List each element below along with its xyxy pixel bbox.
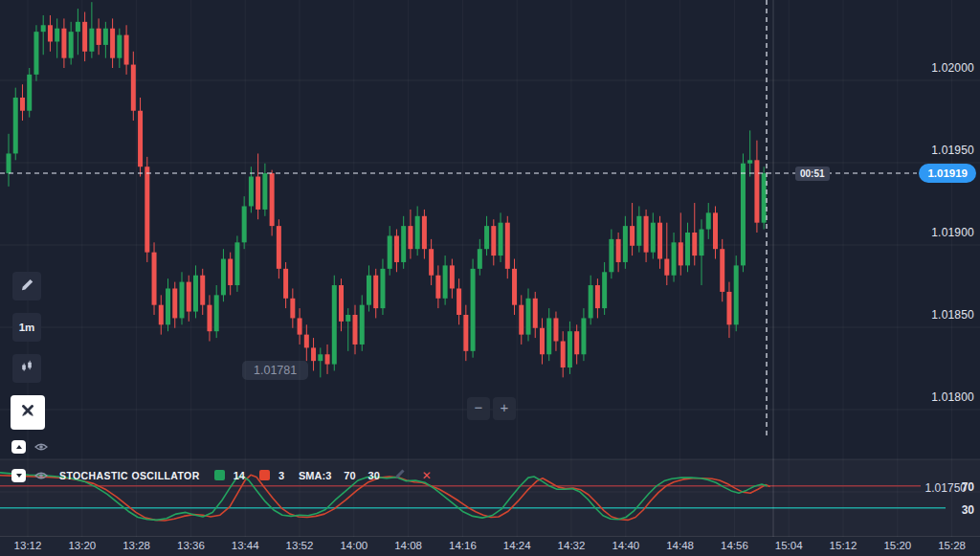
candle [623, 216, 628, 269]
candle [97, 18, 101, 55]
candle [345, 308, 350, 351]
time-axis-label: 14:24 [498, 540, 536, 551]
candle [540, 318, 545, 364]
candle [55, 18, 59, 57]
indicator-close-button[interactable]: ✕ [422, 469, 432, 482]
candle [145, 157, 149, 262]
draw-tools-button[interactable] [12, 272, 41, 300]
candle [630, 203, 635, 256]
time-axis-label: 15:20 [879, 540, 917, 551]
candle [69, 22, 74, 65]
zoom-out-button[interactable]: − [467, 397, 490, 420]
candle [463, 305, 468, 361]
indicator-title: STOCHASTIC OSCILLATOR [59, 470, 200, 481]
candle [283, 262, 288, 308]
candle [435, 265, 440, 308]
candle [754, 141, 759, 233]
candle [48, 15, 53, 52]
candle [124, 25, 129, 75]
candle [325, 345, 330, 374]
candle [471, 259, 476, 358]
chart-visibility-toggle[interactable] [34, 442, 48, 452]
candle [574, 324, 579, 364]
candle [422, 210, 427, 259]
candle [193, 265, 198, 318]
time-axis-label: 13:28 [118, 540, 156, 551]
candle [664, 223, 669, 285]
candle [443, 256, 448, 305]
time-axis-label: 14:08 [390, 540, 428, 551]
tools-button-selected[interactable] [11, 395, 45, 430]
chart-type-button[interactable] [12, 354, 41, 383]
candle [166, 278, 170, 331]
candle [131, 52, 136, 121]
candle [657, 216, 662, 269]
price-axis-label: 1.01900 [931, 225, 974, 240]
price-axis-label: 1.02000 [931, 60, 974, 76]
candle [388, 226, 392, 276]
candle [277, 219, 281, 278]
upper-level-value: 70 [344, 470, 355, 481]
timeframe-button[interactable]: 1m [12, 313, 41, 342]
candle [512, 259, 517, 315]
candle [207, 295, 212, 341]
time-axis-label: 14:16 [443, 540, 481, 551]
candle [103, 22, 108, 58]
candle [180, 272, 185, 324]
candle [262, 164, 267, 216]
candles-icon [19, 359, 34, 378]
trading-chart-app: 1.020001.019501.019001.018501.01800 1.01… [0, 0, 980, 556]
time-axis-label: 13:44 [226, 540, 264, 551]
candle [117, 29, 122, 68]
candle [609, 230, 613, 279]
candle [484, 216, 489, 256]
time-axis-label: 13:20 [63, 540, 101, 551]
caret-up-icon [16, 445, 22, 449]
candle [339, 278, 344, 331]
candle [394, 230, 399, 273]
time-axis[interactable]: 13:1213:2013:2813:3613:4413:5214:0014:08… [0, 536, 980, 556]
price-axis-label: 1.01850 [931, 307, 974, 322]
candle [546, 308, 551, 361]
candle [726, 282, 731, 338]
candle [234, 235, 239, 291]
candle [304, 324, 309, 361]
candle [290, 288, 295, 327]
candle [89, 2, 94, 57]
price-tooltip: 1.01781 [242, 361, 308, 380]
candle [61, 18, 66, 68]
candle [685, 223, 690, 273]
candle [741, 153, 746, 272]
time-axis-label: 13:52 [280, 540, 319, 551]
candle [401, 216, 406, 269]
collapse-down-button[interactable] [11, 469, 26, 482]
candle [298, 308, 302, 345]
candle [13, 88, 18, 161]
candle [429, 239, 434, 285]
candle [82, 12, 87, 62]
candle [138, 98, 143, 177]
indicator-visibility-toggle[interactable] [34, 471, 48, 480]
k-line-swatch [214, 470, 225, 480]
candle [519, 295, 523, 345]
time-axis-label: 14:56 [715, 540, 753, 551]
candle [242, 196, 247, 249]
candle [360, 295, 365, 350]
time-axis-label: 15:12 [824, 540, 862, 551]
candle [200, 269, 205, 315]
candle [706, 203, 711, 239]
collapse-up-button[interactable] [11, 440, 26, 454]
timeframe-label: 1m [19, 322, 35, 333]
candle [380, 259, 385, 315]
candle [450, 259, 455, 299]
candle [353, 305, 358, 355]
candle [457, 278, 461, 324]
zoom-in-button[interactable]: + [493, 397, 516, 420]
candle [636, 206, 641, 252]
time-axis-label: 14:00 [335, 540, 373, 551]
candle [415, 206, 420, 256]
candle [228, 253, 233, 296]
indicator-edit-button[interactable] [394, 468, 406, 482]
candle [700, 219, 704, 285]
candle [505, 216, 510, 278]
